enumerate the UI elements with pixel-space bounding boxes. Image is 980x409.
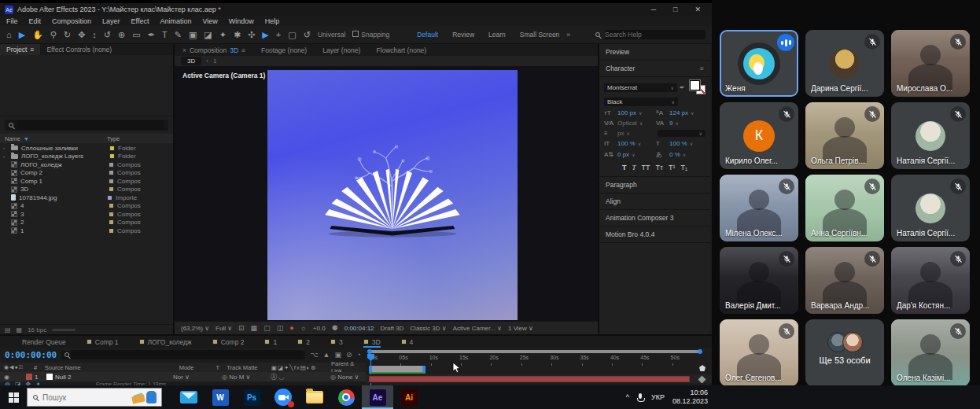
taskbar-app-mail[interactable] [173, 385, 204, 409]
tool-icon[interactable]: ↻ [64, 31, 71, 39]
region-of-interest-icon[interactable]: ◫ [277, 324, 284, 332]
participant-tile[interactable]: Мирослава О... Мирослава О... [891, 30, 970, 97]
start-button[interactable] [0, 392, 27, 403]
track-matte-dropdown[interactable]: ◎ No M ∨ [222, 374, 271, 381]
menu-item[interactable]: Composition [52, 17, 91, 25]
project-columns-header[interactable]: Name▼ Type [0, 134, 173, 143]
menu-item[interactable]: File [6, 17, 18, 25]
snapshot-camera-icon[interactable]: ⚈ [332, 324, 338, 332]
viewer-tab[interactable]: × Composition 3D ≡ [175, 44, 253, 56]
taskbar-app-illustrator[interactable]: Ai [393, 385, 425, 409]
help-search[interactable] [595, 30, 706, 39]
taskbar-search[interactable] [27, 388, 162, 407]
taskbar-app-zoom[interactable] [267, 385, 299, 409]
participant-tile[interactable]: Олена Казімі... Олена Казімі... [891, 319, 970, 386]
timeline-comp-tab[interactable]: 4 [401, 336, 414, 348]
work-area-bar[interactable] [369, 366, 426, 372]
font-size-value[interactable]: 100 px [617, 109, 636, 116]
bit-depth-button[interactable]: 16 bpc [28, 326, 46, 333]
mini-flowchart-icon[interactable]: ⌥ [310, 351, 318, 359]
time-ruler[interactable]: 00s05s10s15s20s25s30s35s40s45s50s [369, 355, 701, 364]
label-color-swatch[interactable] [109, 186, 114, 192]
icon-view-icon[interactable]: ▦ [17, 326, 23, 333]
tracking-value[interactable]: 9 [669, 120, 672, 127]
viewer-tab[interactable]: × Flowchart (none) ≡ [368, 44, 434, 56]
vertical-scale-value[interactable]: 100 % [617, 140, 636, 147]
font-style-select[interactable]: Black∨ [604, 98, 678, 106]
project-item[interactable]: Comp 1 Compos [0, 177, 173, 186]
frame-blending-icon[interactable]: ▣ [335, 351, 342, 359]
renderer-dropdown[interactable]: Classic 3D ∨ [410, 325, 446, 332]
label-color-swatch[interactable] [109, 228, 114, 234]
workspace-tab[interactable]: Review [452, 31, 474, 39]
tool-icon[interactable]: ✒ [148, 31, 155, 39]
participant-tile[interactable]: К Кирило Олег... Кирило Олег... [720, 102, 798, 169]
participant-tile[interactable]: Валерія Дмит... Валерія Дмит... [720, 247, 798, 314]
project-item[interactable]: 2 Compos [0, 219, 173, 227]
menu-item[interactable]: Animation [160, 17, 191, 25]
grid-icon[interactable]: ▦ [251, 324, 258, 332]
list-view-icon[interactable]: ▤ [5, 326, 11, 333]
project-item[interactable]: ЛОГО_коледж Compos [0, 160, 173, 169]
snapping-toggle[interactable]: Snapping [352, 31, 389, 39]
viewer-timecode[interactable]: 0:00:04:12 [344, 325, 374, 332]
font-family-select[interactable]: Montserrat∨ [604, 83, 677, 92]
layer-eye-icon[interactable]: ◉ [0, 374, 24, 381]
fill-swatch[interactable] [690, 80, 700, 90]
tool-icon[interactable]: + [276, 31, 281, 39]
tool-icon[interactable]: ◪ [204, 31, 212, 39]
exposure-value[interactable]: +0.0 [313, 325, 326, 332]
comp-mini-tab[interactable]: 3D [181, 57, 201, 65]
participant-tile[interactable]: Мілена Олекс... Мілена Олекс... [720, 175, 798, 241]
project-item[interactable]: 10781944.jpg Importe [0, 193, 173, 202]
participant-tile[interactable]: Наталія Сергії... Наталія Сергії... [891, 175, 970, 241]
viewer-tab[interactable]: × Layer (none) ≡ [315, 44, 368, 56]
leading-value[interactable]: 124 px [669, 109, 688, 116]
comp-marker-icon[interactable] [699, 365, 706, 371]
label-color-swatch[interactable] [109, 179, 114, 184]
timeline-comp-tab[interactable]: ЛОГО_коледж [139, 336, 192, 348]
project-search[interactable] [5, 120, 168, 131]
fill-stroke-swatches[interactable] [690, 80, 706, 94]
participant-tile[interactable]: Женя Женя [720, 30, 798, 97]
zoom-level-dropdown[interactable]: (63,2%) ∨ [181, 325, 209, 332]
project-item[interactable]: Comp 2 Compos [0, 169, 173, 178]
thumbnail-slider[interactable] [52, 329, 76, 331]
fast-previews-dropdown[interactable]: Draft 3D [381, 325, 404, 332]
minimize-button[interactable]: ─ [651, 6, 656, 13]
layer-label-color[interactable] [26, 374, 32, 380]
taskbar-app-after-effects[interactable]: Ae [362, 385, 393, 409]
panel-menu-icon[interactable]: ≡ [241, 46, 245, 54]
participant-tile[interactable]: Ольга Петрів... Ольга Петрів... [805, 102, 884, 169]
timeline-search-input[interactable] [72, 350, 302, 359]
taskbar-app-word[interactable]: W [204, 385, 236, 409]
align-panel-header[interactable]: Align [599, 193, 710, 210]
overflow-count-label[interactable]: Ще 53 особи [805, 356, 884, 365]
participant-tile[interactable]: Олег Євгенов... Олег Євгенов... [720, 319, 798, 386]
viewer-canvas[interactable]: Active Camera (Camera 1) [175, 66, 598, 321]
composition-frame[interactable] [267, 70, 518, 320]
graph-editor-icon[interactable]: ◔ [357, 351, 361, 359]
panel-menu-icon[interactable]: ≡ [30, 46, 34, 53]
tab-effect-controls[interactable]: Effect Controls (none) [40, 44, 118, 55]
participant-tile[interactable]: Дарина Сергії... Дарина Сергії... [805, 30, 884, 97]
taskbar-app-explorer[interactable] [299, 385, 330, 409]
taskbar-app-photoshop[interactable]: Ps [236, 385, 267, 409]
tab-project[interactable]: Project≡ [0, 44, 40, 55]
small-caps-button[interactable]: Tᴛ [655, 164, 663, 171]
project-search-input[interactable] [17, 120, 164, 130]
tool-icon[interactable]: ↕ [92, 31, 97, 39]
expander-icon[interactable]: › [3, 154, 8, 159]
workspace-tab[interactable]: Default [417, 31, 438, 39]
tool-icon[interactable]: ✥ [78, 31, 85, 39]
participant-tile[interactable]: Анна Сергіївн... Анна Сергіївн... [805, 175, 884, 241]
help-search-input[interactable] [605, 30, 706, 39]
project-item[interactable]: 1 Compos [0, 227, 173, 235]
label-color-swatch[interactable] [109, 146, 115, 151]
faux-italic-button[interactable]: T [632, 164, 636, 171]
timeline-comp-tab[interactable]: 3D [363, 336, 381, 348]
tool-icon[interactable]: ✣ [248, 31, 255, 39]
tsume-value[interactable]: 0 % [669, 151, 680, 158]
tool-icon[interactable]: ⌂ [6, 31, 12, 39]
participant-tile[interactable]: Варвара Андр... Варвара Андр... [805, 247, 884, 314]
